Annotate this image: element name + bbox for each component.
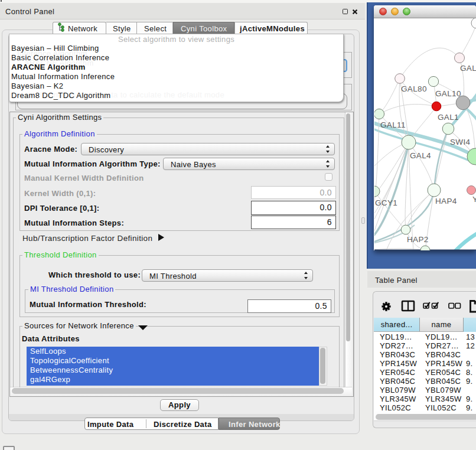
svg-text:GAL10: GAL10 — [435, 89, 461, 98]
svg-text:GAL80: GAL80 — [401, 84, 427, 93]
svg-text:GCY1: GCY1 — [375, 198, 397, 207]
svg-text:GAL1: GAL1 — [438, 113, 459, 122]
svg-text:Y: Y — [472, 195, 476, 204]
svg-text:HAP4: HAP4 — [435, 197, 457, 206]
svg-text:GAL4: GAL4 — [410, 151, 431, 160]
svg-text:HAP2: HAP2 — [407, 235, 429, 244]
svg-text:SWI4: SWI4 — [450, 138, 471, 146]
svg-text:GAL2: GAL2 — [460, 64, 476, 73]
svg-text:GAL11: GAL11 — [380, 120, 406, 129]
